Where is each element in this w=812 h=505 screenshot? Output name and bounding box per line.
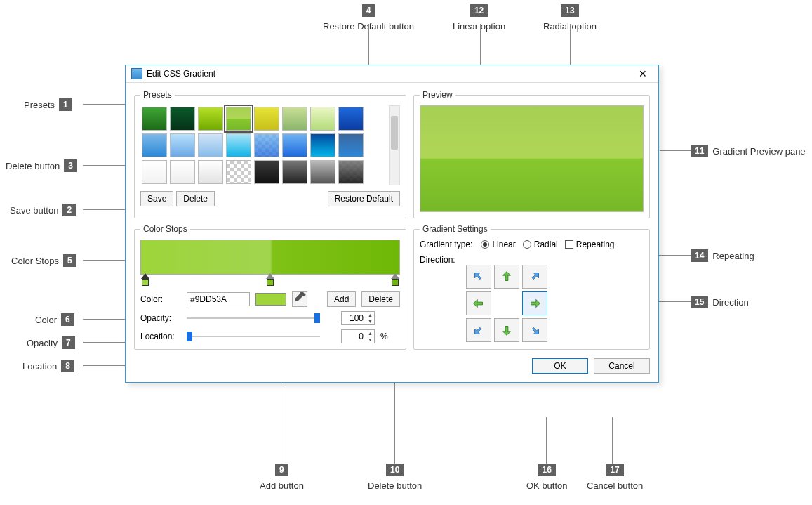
close-button[interactable]: ✕ [633,68,653,79]
save-button[interactable]: Save [140,191,173,206]
color-sample[interactable] [255,293,286,306]
cancel-button[interactable]: Cancel [594,358,650,374]
location-input[interactable] [342,330,366,343]
location-slider[interactable] [187,331,320,342]
direction-sw-button[interactable] [466,318,491,342]
color-stop-marker[interactable] [391,273,399,286]
opacity-label: Opacity: [140,313,181,323]
preview-legend: Preview [420,90,455,100]
gradient-type-label: Gradient type: [420,240,472,249]
titlebar: Edit CSS Gradient ✕ [126,65,658,83]
preset-swatch[interactable] [282,107,307,131]
presets-group: Presets [134,90,406,218]
direction-n-button[interactable] [494,265,519,289]
eyedropper-button[interactable] [292,291,307,307]
preset-swatch[interactable] [226,107,251,131]
callout-2: Save button2 [10,204,76,216]
callout-8: Location8 [22,360,74,372]
direction-se-button[interactable] [522,318,547,342]
radial-radio[interactable]: Radial [523,240,558,249]
direction-e-button[interactable] [522,291,547,315]
callout-11: Gradient Preview pane11 [691,145,806,157]
preset-swatch[interactable] [254,160,279,184]
preset-swatch[interactable] [310,133,335,157]
gradient-preview-pane [420,105,644,212]
location-label: Location: [140,332,181,341]
settings-group: Gradient Settings Gradient type: Linear … [413,224,650,350]
colorstops-legend: Color Stops [140,224,190,234]
location-spinner[interactable]: ▲▼ [341,329,375,343]
ok-button[interactable]: OK [532,358,588,374]
percent-label: % [380,332,388,341]
preset-scrollbar[interactable] [389,105,400,185]
callout-1: Presets1 [24,98,72,111]
direction-nw-button[interactable] [466,265,491,289]
preset-swatch[interactable] [226,160,251,184]
preset-swatch[interactable] [310,160,335,184]
preset-swatch[interactable] [198,160,223,184]
preset-swatch[interactable] [170,133,195,157]
preset-swatch[interactable] [338,107,364,131]
callout-16: 16OK button [526,464,568,491]
preset-swatch[interactable] [142,160,167,184]
gradient-dialog: Edit CSS Gradient ✕ Presets [125,65,659,383]
color-stop-marker[interactable] [266,273,274,286]
delete-preset-button[interactable]: Delete [176,191,215,206]
preset-swatch[interactable] [226,133,251,157]
callout-12: Linear option12 [453,4,505,32]
callout-7: Opacity7 [27,336,75,349]
preset-swatch[interactable] [310,107,335,131]
direction-grid [466,265,644,342]
preset-swatch[interactable] [338,160,364,184]
direction-w-button[interactable] [466,291,491,315]
color-input[interactable] [187,292,250,306]
callout-10: 10Delete button [368,464,422,491]
linear-radio[interactable]: Linear [481,240,515,249]
direction-s-button[interactable] [494,318,519,342]
callout-3: Delete button3 [6,159,77,172]
opacity-input[interactable] [342,312,366,324]
preset-swatch[interactable] [254,133,279,157]
direction-ne-button[interactable] [522,265,547,289]
dialog-title: Edit CSS Gradient [147,69,633,79]
preset-swatch[interactable] [282,133,307,157]
preset-swatch[interactable] [142,107,167,131]
delete-stop-button[interactable]: Delete [361,291,400,307]
preview-group: Preview [413,90,650,218]
preset-swatch[interactable] [282,160,307,184]
preset-swatch[interactable] [198,107,223,131]
color-label: Color: [140,294,181,304]
preset-swatch[interactable] [338,133,364,157]
direction-label: Direction: [420,255,462,265]
opacity-slider[interactable] [187,313,320,324]
callout-4: Restore Default button4 [323,4,414,32]
settings-legend: Gradient Settings [420,224,491,234]
callout-17: 17Cancel button [587,464,643,491]
callout-13: Radial option13 [543,4,597,32]
restore-default-button[interactable]: Restore Default [328,191,400,206]
gradient-bar[interactable] [140,240,400,275]
callout-14: Repeating14 [691,249,754,262]
callout-15: Direction15 [691,296,749,308]
callout-5: Color Stops5 [11,254,76,267]
callout-6: Color6 [35,313,74,326]
opacity-spinner[interactable]: ▲▼ [341,311,375,325]
preset-swatches [140,105,385,185]
preset-swatch[interactable] [170,160,195,184]
preset-swatch[interactable] [198,133,223,157]
preset-swatch[interactable] [170,107,195,131]
app-icon [131,68,142,79]
preset-swatch[interactable] [254,107,279,131]
preset-swatch[interactable] [142,133,167,157]
colorstops-group: Color Stops Color: Add Delete [134,224,406,350]
repeating-checkbox[interactable]: Repeating [565,240,615,249]
callout-9: 9Add button [260,464,304,491]
color-stop-marker[interactable] [141,273,149,286]
presets-legend: Presets [140,90,175,100]
add-stop-button[interactable]: Add [327,291,356,307]
